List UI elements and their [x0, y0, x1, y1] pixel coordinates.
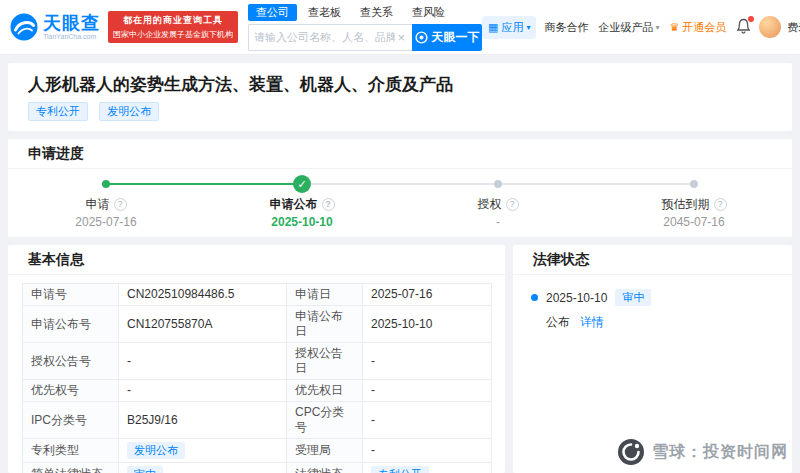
field-label: 申请公布日	[287, 306, 363, 343]
clear-icon[interactable]: ×	[395, 30, 407, 45]
vip-label: 开通会员	[682, 20, 726, 35]
avatar[interactable]	[759, 16, 781, 38]
logo-subtitle: TianYanCha.com	[43, 33, 100, 40]
top-nav: ▦ 应用 ▾ 商务合作 企业级产品 ▾ ♛ 开通会员 费米 ▾	[482, 16, 800, 39]
field-value: 审中	[119, 463, 287, 473]
help-icon[interactable]: ?	[714, 198, 727, 211]
field-value: B25J9/16	[119, 402, 287, 439]
field-label: 申请日	[287, 284, 363, 306]
field-label: 法律状态	[287, 463, 363, 473]
search-tab-risk[interactable]: 查风险	[404, 4, 453, 21]
step-date: -	[496, 215, 500, 229]
step-dot-pending	[690, 180, 698, 188]
legal-detail-link[interactable]: 详情	[580, 314, 604, 331]
open-vip-button[interactable]: ♛ 开通会员	[667, 20, 728, 35]
field-value: -	[363, 439, 492, 463]
search-tab-company[interactable]: 查公司	[248, 4, 297, 21]
field-value: -	[119, 343, 287, 380]
basic-info-table: 申请号 CN202510984486.5 申请日 2025-07-16 申请公布…	[22, 283, 492, 473]
apps-menu[interactable]: ▦ 应用 ▾	[482, 16, 536, 39]
help-icon[interactable]: ?	[114, 198, 127, 211]
notification-dot	[748, 16, 754, 22]
chevron-down-icon: ▾	[655, 23, 659, 32]
tag-patent-public: 专利公开	[28, 102, 88, 121]
field-label: 授权公告日	[287, 343, 363, 380]
legal-status-body: 2025-10-10 审中 公布 详情	[513, 275, 792, 345]
help-icon[interactable]: ?	[322, 198, 335, 211]
page-title: 人形机器人的姿势生成方法、装置、机器人、介质及产品	[28, 75, 772, 95]
legal-status-badge: 专利公开	[371, 466, 429, 473]
tianyancha-logo-icon	[10, 13, 38, 41]
field-label: 专利类型	[23, 439, 119, 463]
field-value: -	[363, 343, 492, 380]
nav-business-cooperation[interactable]: 商务合作	[542, 20, 590, 35]
progress-timeline: 申请 ? 2025-07-16 ✓ 申请公布 ? 2025-10-10	[8, 169, 792, 237]
grid-icon: ▦	[488, 21, 498, 34]
main-content: 人形机器人的姿势生成方法、装置、机器人、介质及产品 专利公开 发明公布 申请进度…	[0, 55, 800, 473]
search-button-label: 天眼一下	[432, 29, 480, 46]
table-row: 简单法律状态 审中 法律状态 专利公开	[23, 463, 492, 473]
section-title-legal-status: 法律状态	[513, 245, 792, 275]
patent-type-badge: 发明公布	[127, 442, 185, 459]
step-date: 2025-07-16	[75, 215, 136, 229]
field-value: 2025-10-10	[363, 306, 492, 343]
step-label: 授权	[478, 197, 502, 212]
basic-info-card: 基本信息 申请号 CN202510984486.5 申请日 2025-07-16…	[8, 245, 505, 473]
step-date: 2025-10-10	[271, 215, 332, 229]
patent-title-card: 人形机器人的姿势生成方法、装置、机器人、介质及产品 专利公开 发明公布	[8, 63, 792, 131]
progress-step-grant: 授权 ? -	[400, 175, 596, 229]
table-row: 授权公告号 - 授权公告日 -	[23, 343, 492, 380]
notifications-bell[interactable]	[734, 18, 753, 36]
search-tab-boss[interactable]: 查老板	[300, 4, 349, 21]
field-value: CN202510984486.5	[119, 284, 287, 306]
field-value: -	[119, 380, 287, 402]
step-dot-done	[102, 180, 110, 188]
tag-row: 专利公开 发明公布	[28, 102, 772, 121]
nav-enterprise-products[interactable]: 企业级产品 ▾	[596, 20, 661, 35]
legal-status-item: 2025-10-10 审中	[531, 289, 774, 306]
field-value: CN120755870A	[119, 306, 287, 343]
table-row: 优先权号 - 优先权日 -	[23, 380, 492, 402]
progress-step-apply: 申请 ? 2025-07-16	[8, 175, 204, 229]
search-box: × 天眼一下	[248, 24, 482, 51]
legal-status-detail-row: 公布 详情	[531, 314, 774, 331]
legal-date: 2025-10-10	[546, 291, 607, 305]
top-header: 天眼查 TianYanCha.com 都在用的商业查询工具 国家中小企业发展子基…	[0, 0, 800, 55]
field-label: 受理局	[287, 439, 363, 463]
field-value: 发明公布	[119, 439, 287, 463]
field-label: CPC分类号	[287, 402, 363, 439]
tianyancha-logo[interactable]: 天眼查 TianYanCha.com	[10, 13, 100, 41]
nav-enterprise-label: 企业级产品	[598, 20, 653, 35]
promo-ribbon: 都在用的商业查询工具 国家中小企业发展子基金旗下机构	[108, 11, 238, 43]
help-icon[interactable]: ?	[506, 198, 519, 211]
nav-business-label: 商务合作	[544, 20, 588, 35]
field-label: 授权公告号	[23, 343, 119, 380]
user-menu[interactable]: 费米 ▾	[787, 20, 800, 35]
legal-status-badge: 审中	[615, 289, 651, 306]
search-input-wrap: ×	[248, 24, 412, 51]
table-row: 专利类型 发明公布 受理局 -	[23, 439, 492, 463]
field-label: 优先权日	[287, 380, 363, 402]
step-label: 申请	[86, 197, 110, 212]
section-title-progress: 申请进度	[8, 139, 792, 169]
legal-action: 公布	[546, 314, 570, 331]
field-label: 简单法律状态	[23, 463, 119, 473]
timeline-dot	[531, 294, 538, 301]
search-input[interactable]	[254, 31, 395, 43]
field-label: 申请公布号	[23, 306, 119, 343]
search-tabs: 查公司 查老板 查关系 查风险	[248, 4, 482, 21]
field-value: 专利公开	[363, 463, 492, 473]
section-title-basic-info: 基本信息	[8, 245, 505, 275]
table-row: 申请号 CN202510984486.5 申请日 2025-07-16	[23, 284, 492, 306]
search-area: 查公司 查老板 查关系 查风险 × 天眼一下	[248, 4, 482, 51]
search-button[interactable]: 天眼一下	[412, 24, 482, 51]
apps-label: 应用	[501, 20, 523, 35]
chevron-down-icon: ▾	[526, 23, 530, 32]
watermark-text: 雪球：投资时间网	[652, 442, 788, 463]
username-label: 费米	[787, 20, 800, 35]
field-value: -	[363, 380, 492, 402]
step-check-icon: ✓	[293, 175, 311, 193]
search-tab-relation[interactable]: 查关系	[352, 4, 401, 21]
search-button-eye-icon	[415, 31, 428, 44]
field-label: 优先权号	[23, 380, 119, 402]
